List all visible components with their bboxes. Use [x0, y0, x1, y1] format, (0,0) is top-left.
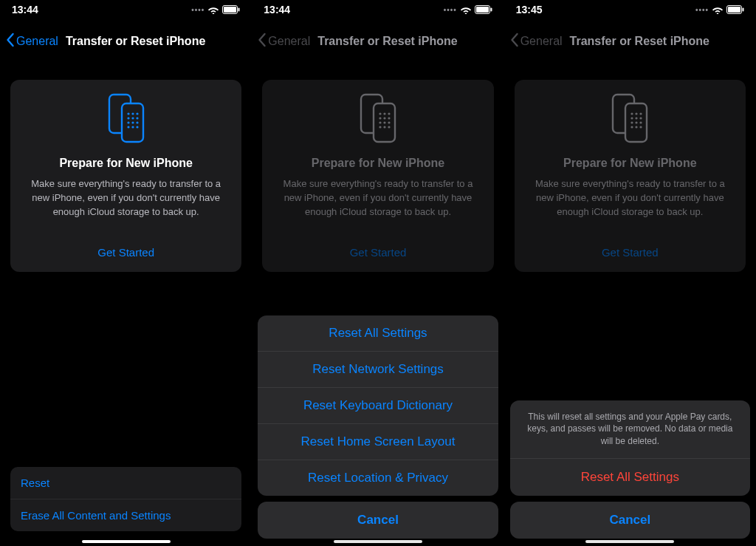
svg-point-44 [640, 117, 642, 119]
back-button[interactable]: General [6, 33, 58, 50]
home-indicator[interactable] [585, 540, 674, 543]
cellular-dots-icon: •••• [695, 6, 709, 14]
home-indicator[interactable] [334, 540, 422, 543]
card-heading: Prepare for New iPhone [526, 157, 734, 170]
svg-point-40 [636, 112, 638, 115]
get-started-button[interactable]: Get Started [22, 240, 230, 262]
battery-icon [475, 5, 492, 14]
svg-point-13 [136, 121, 138, 123]
svg-point-32 [383, 126, 385, 128]
svg-point-50 [640, 126, 642, 128]
page-title: Transfer or Reset iPhone [570, 35, 709, 48]
chevron-left-icon [6, 33, 15, 50]
svg-point-15 [131, 126, 134, 128]
svg-point-23 [383, 112, 385, 115]
back-button[interactable]: General [258, 33, 310, 50]
svg-point-41 [640, 112, 642, 115]
svg-point-49 [636, 126, 638, 128]
svg-rect-18 [476, 7, 489, 13]
sheet-option[interactable]: Reset All Settings [258, 315, 498, 351]
page-title: Transfer or Reset iPhone [66, 35, 205, 48]
svg-point-27 [388, 117, 390, 119]
sheet-option[interactable]: Reset Network Settings [258, 351, 498, 387]
svg-point-22 [379, 112, 381, 115]
svg-point-7 [136, 112, 138, 115]
phone-screen-1: 13:44 •••• General Transfer or Reset iPh… [0, 0, 252, 546]
confirm-message: This will reset all settings and your Ap… [510, 400, 750, 458]
svg-rect-36 [742, 8, 743, 12]
prepare-card: Prepare for New iPhone Make sure everyth… [515, 80, 746, 272]
sheet-option[interactable]: Reset Home Screen Layout [258, 423, 498, 460]
wifi-icon [207, 5, 219, 14]
status-time: 13:44 [264, 4, 290, 16]
svg-point-16 [136, 126, 138, 128]
battery-icon [726, 5, 744, 14]
svg-rect-1 [224, 7, 236, 13]
svg-point-5 [127, 112, 129, 115]
status-bar: 13:44 •••• [0, 0, 252, 15]
card-heading: Prepare for New iPhone [274, 157, 481, 170]
svg-point-12 [131, 121, 134, 123]
sheet-option[interactable]: Reset Location & Privacy [258, 460, 498, 496]
svg-point-33 [388, 126, 390, 128]
prepare-card: Prepare for New iPhone Make sure everyth… [262, 80, 493, 272]
svg-point-45 [631, 121, 633, 123]
svg-point-8 [127, 117, 129, 119]
nav-bar: General Transfer or Reset iPhone [252, 25, 504, 58]
confirm-group: This will reset all settings and your Ap… [510, 400, 750, 496]
transfer-phones-icon [105, 93, 148, 146]
get-started-button[interactable]: Get Started [274, 240, 481, 262]
svg-point-26 [383, 117, 385, 119]
wifi-icon [460, 5, 472, 14]
svg-point-25 [379, 117, 381, 119]
sheet-options-group: Reset All Settings Reset Network Setting… [258, 315, 498, 496]
svg-point-28 [379, 121, 381, 123]
svg-point-11 [127, 121, 129, 123]
reset-all-settings-button[interactable]: Reset All Settings [510, 458, 750, 496]
svg-point-6 [131, 112, 134, 115]
back-label: General [268, 35, 310, 48]
card-body: Make sure everything's ready to transfer… [526, 177, 734, 219]
wifi-icon [712, 5, 724, 14]
svg-point-10 [136, 117, 138, 119]
chevron-left-icon [510, 33, 519, 50]
transfer-phones-icon [357, 93, 399, 146]
svg-rect-19 [490, 8, 492, 12]
confirm-action-sheet: This will reset all settings and your Ap… [510, 400, 750, 539]
svg-point-47 [640, 121, 642, 123]
svg-point-29 [383, 121, 385, 123]
svg-point-46 [636, 121, 638, 123]
status-time: 13:44 [12, 4, 38, 16]
svg-point-30 [388, 121, 390, 123]
status-bar: 13:44 •••• [252, 0, 504, 15]
card-body: Make sure everything's ready to transfer… [274, 177, 481, 219]
home-indicator[interactable] [82, 540, 171, 543]
nav-bar: General Transfer or Reset iPhone [0, 25, 252, 58]
svg-point-43 [636, 117, 638, 119]
chevron-left-icon [258, 33, 267, 50]
card-body: Make sure everything's ready to transfer… [22, 177, 230, 219]
svg-rect-2 [238, 8, 240, 12]
cellular-dots-icon: •••• [191, 6, 205, 14]
sheet-option[interactable]: Reset Keyboard Dictionary [258, 387, 498, 423]
cancel-button[interactable]: Cancel [258, 502, 498, 539]
reset-options-list: Reset Erase All Content and Settings [10, 467, 241, 531]
page-title: Transfer or Reset iPhone [317, 35, 457, 48]
list-item[interactable]: Erase All Content and Settings [10, 499, 241, 531]
back-label: General [520, 35, 563, 48]
cellular-dots-icon: •••• [444, 6, 457, 14]
phone-screen-2: 13:44 •••• General Transfer or Reset iPh… [252, 0, 504, 546]
get-started-button[interactable]: Get Started [526, 240, 734, 262]
cancel-button[interactable]: Cancel [510, 502, 750, 539]
card-heading: Prepare for New iPhone [22, 157, 230, 170]
list-item[interactable]: Reset [10, 467, 241, 499]
svg-point-9 [131, 117, 134, 119]
svg-point-24 [388, 112, 390, 115]
back-button[interactable]: General [510, 33, 563, 50]
svg-point-42 [631, 117, 633, 119]
svg-point-31 [379, 126, 381, 128]
phone-screen-3: 13:45 •••• General Transfer or Reset iPh… [504, 0, 756, 546]
transfer-phones-icon [608, 93, 651, 146]
battery-icon [222, 5, 240, 14]
svg-point-48 [631, 126, 633, 128]
